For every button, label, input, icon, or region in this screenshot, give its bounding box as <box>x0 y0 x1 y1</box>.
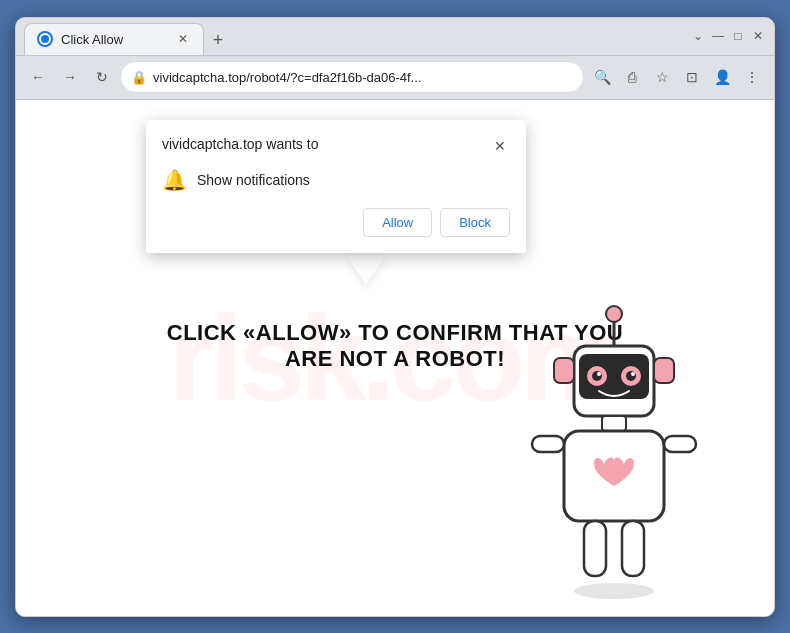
popup-permission: 🔔 Show notifications <box>162 168 510 192</box>
popup-title: vividcaptcha.top wants to <box>162 136 318 152</box>
close-button[interactable]: ✕ <box>750 28 766 44</box>
svg-rect-11 <box>654 358 674 383</box>
svg-point-9 <box>631 372 635 376</box>
browser-window: Click Allow ✕ + ⌄ — □ ✕ ← → ↻ 🔒 vividcap… <box>15 17 775 617</box>
refresh-button[interactable]: ↻ <box>88 63 116 91</box>
tab-title: Click Allow <box>61 32 167 47</box>
minimize-button[interactable]: — <box>710 28 726 44</box>
robot-svg <box>514 296 714 616</box>
tab-close-button[interactable]: ✕ <box>175 31 191 47</box>
allow-button[interactable]: Allow <box>363 208 432 237</box>
bell-icon: 🔔 <box>162 168 187 192</box>
robot-illustration <box>514 296 714 596</box>
notification-popup: vividcaptcha.top wants to ✕ 🔔 Show notif… <box>146 120 526 253</box>
svg-rect-10 <box>554 358 574 383</box>
tab-area: Click Allow ✕ + <box>24 18 678 55</box>
bookmark-icon[interactable]: ☆ <box>648 63 676 91</box>
maximize-button[interactable]: □ <box>730 28 746 44</box>
url-bar[interactable]: 🔒 vividcaptcha.top/robot4/?c=dfa2f16b-da… <box>120 61 584 93</box>
back-button[interactable]: ← <box>24 63 52 91</box>
svg-rect-15 <box>664 436 696 452</box>
svg-rect-14 <box>532 436 564 452</box>
popup-buttons: Allow Block <box>162 208 510 237</box>
svg-rect-17 <box>622 521 644 576</box>
popup-header: vividcaptcha.top wants to ✕ <box>162 136 510 156</box>
lock-icon: 🔒 <box>131 70 147 85</box>
tab-favicon-icon <box>37 31 53 47</box>
address-actions: 🔍 ⎙ ☆ ⊡ 👤 ⋮ <box>588 63 766 91</box>
chevron-down-icon[interactable]: ⌄ <box>690 28 706 44</box>
address-bar: ← → ↻ 🔒 vividcaptcha.top/robot4/?c=dfa2f… <box>16 56 774 100</box>
svg-point-7 <box>626 371 636 381</box>
search-icon[interactable]: 🔍 <box>588 63 616 91</box>
window-controls: ⌄ — □ ✕ <box>690 28 766 44</box>
popup-close-button[interactable]: ✕ <box>490 136 510 156</box>
svg-rect-12 <box>602 416 626 431</box>
split-view-icon[interactable]: ⊡ <box>678 63 706 91</box>
svg-point-6 <box>592 371 602 381</box>
svg-point-8 <box>597 372 601 376</box>
block-button[interactable]: Block <box>440 208 510 237</box>
svg-point-1 <box>606 306 622 322</box>
svg-rect-16 <box>584 521 606 576</box>
forward-button[interactable]: → <box>56 63 84 91</box>
menu-icon[interactable]: ⋮ <box>738 63 766 91</box>
svg-point-18 <box>574 583 654 599</box>
account-icon[interactable]: 👤 <box>708 63 736 91</box>
browser-tab[interactable]: Click Allow ✕ <box>24 23 204 55</box>
speech-bubble-triangle <box>346 255 386 285</box>
content-area: risk.com vividcaptcha.top wants to ✕ 🔔 S… <box>16 100 774 616</box>
url-text: vividcaptcha.top/robot4/?c=dfa2f16b-da06… <box>153 70 573 85</box>
new-tab-button[interactable]: + <box>204 27 232 55</box>
title-bar: Click Allow ✕ + ⌄ — □ ✕ <box>16 18 774 56</box>
share-icon[interactable]: ⎙ <box>618 63 646 91</box>
permission-text: Show notifications <box>197 172 310 188</box>
